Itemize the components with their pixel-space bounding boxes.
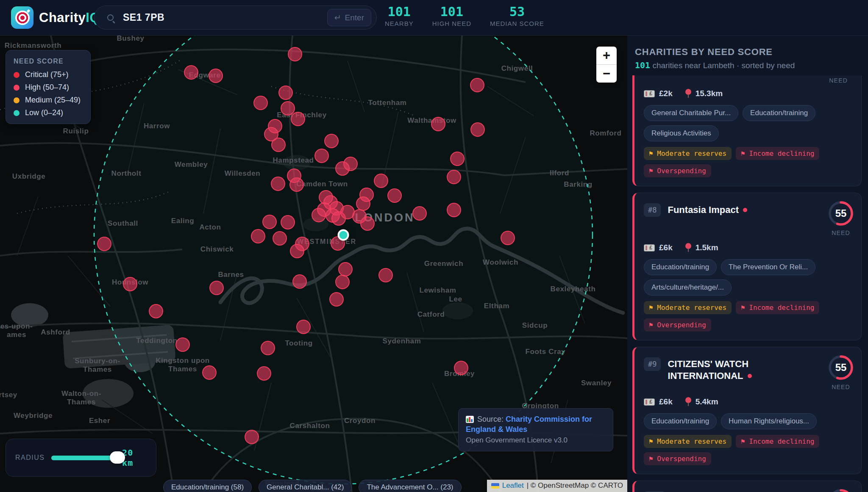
- target-icon: [15, 11, 30, 25]
- charity-marker[interactable]: [431, 117, 445, 131]
- charity-marker[interactable]: [278, 86, 293, 100]
- charity-marker[interactable]: [378, 268, 393, 282]
- income-value-stat: £2k: [644, 89, 673, 98]
- charity-marker[interactable]: [329, 292, 344, 307]
- charity-marker[interactable]: [338, 262, 353, 276]
- charity-marker[interactable]: [209, 281, 224, 295]
- leaflet-link[interactable]: Leaflet: [502, 481, 524, 490]
- charity-card[interactable]: #10FRIENDS OF HIGHGATE LIBRARY CHARITABL…: [632, 481, 862, 492]
- charity-card[interactable]: #9CITIZENS' WATCH INTERNATIONAL55NEED£6k…: [632, 347, 862, 474]
- charity-marker[interactable]: [470, 122, 485, 137]
- charity-marker[interactable]: [470, 78, 484, 92]
- charity-marker[interactable]: [296, 320, 311, 334]
- income-value-stat: £6k: [644, 397, 673, 406]
- stat-median-score-label: MEDIAN SCORE: [490, 20, 544, 27]
- charity-marker[interactable]: [335, 275, 350, 289]
- attribution-text[interactable]: | © OpenStreetMap © CARTO: [527, 481, 623, 490]
- warning-flag: ⚑ Moderate reserves: [644, 435, 732, 448]
- charity-marker[interactable]: [324, 134, 339, 148]
- location-pin-icon: [685, 397, 691, 406]
- category-filter-chips: Education/training (58)General Charitabl…: [163, 480, 506, 492]
- charity-marker[interactable]: [447, 203, 461, 217]
- map-canvas[interactable]: RickmansworthBusheyEdgwareChigwellTotten…: [0, 36, 627, 492]
- charity-marker[interactable]: [356, 196, 370, 211]
- filter-chip[interactable]: The Advancement O... (23): [359, 480, 461, 492]
- charity-marker[interactable]: [454, 361, 468, 375]
- enter-label: Enter: [345, 13, 364, 22]
- charity-marker[interactable]: [123, 277, 137, 291]
- charity-marker[interactable]: [261, 341, 275, 355]
- charity-marker[interactable]: [289, 177, 304, 192]
- selected-location-marker[interactable]: [338, 229, 349, 241]
- stat-nearby-value: 101: [385, 5, 414, 19]
- charity-card-partial[interactable]: NEED£2k15.3kmGeneral Charitable Pur...Ed…: [632, 75, 862, 186]
- rank-badge: #8: [644, 203, 661, 217]
- charity-marker[interactable]: [202, 365, 217, 380]
- filter-chip[interactable]: General Charitabl... (42): [259, 480, 352, 492]
- charity-marker[interactable]: [450, 152, 465, 166]
- map-place-label: Ealing: [171, 217, 195, 225]
- charity-marker[interactable]: [360, 216, 375, 231]
- postcode-search[interactable]: ↵ Enter: [94, 6, 377, 30]
- radius-slider[interactable]: [51, 452, 116, 464]
- charity-marker[interactable]: [253, 96, 268, 110]
- charity-marker[interactable]: [412, 206, 427, 221]
- charity-marker[interactable]: [184, 65, 198, 80]
- charity-marker[interactable]: [314, 149, 329, 163]
- zoom-out-button[interactable]: −: [596, 65, 617, 83]
- map-place-label: Foots Cray: [526, 348, 566, 356]
- charity-marker[interactable]: [288, 47, 302, 61]
- charity-marker[interactable]: [335, 161, 350, 176]
- warning-flag: ⚑ Moderate reserves: [644, 301, 732, 314]
- radius-slider-thumb[interactable]: [110, 451, 125, 464]
- ukraine-flag-icon: [491, 483, 499, 489]
- banknote-icon: [644, 90, 655, 97]
- charity-marker[interactable]: [281, 215, 295, 229]
- charity-marker[interactable]: [209, 69, 223, 83]
- map-place-label: Sidcup: [522, 321, 548, 330]
- charity-marker[interactable]: [262, 215, 277, 229]
- charity-marker[interactable]: [291, 112, 305, 126]
- charity-marker[interactable]: [271, 177, 285, 191]
- legend-item: High (50–74): [14, 83, 83, 92]
- charity-marker[interactable]: [273, 231, 287, 246]
- charity-marker[interactable]: [97, 237, 111, 251]
- sidebar-title: CHARITIES BY NEED SCORE: [635, 47, 773, 58]
- legend-dot: [14, 72, 19, 78]
- charity-marker[interactable]: [501, 231, 515, 245]
- map-place-label: Teddington: [136, 337, 177, 345]
- charity-marker[interactable]: [292, 274, 307, 289]
- bar-chart-icon: [466, 416, 474, 423]
- search-input[interactable]: [123, 12, 327, 23]
- map-place-label: Romford: [590, 129, 621, 138]
- charity-sidebar: CHARITIES BY NEED SCORE 101 charities ne…: [627, 36, 868, 492]
- app-header: CharityIQ ↵ Enter 101 NEARBY 101 HIGH NE…: [0, 0, 868, 36]
- charity-marker[interactable]: [312, 208, 326, 222]
- charity-marker[interactable]: [175, 337, 190, 352]
- enter-button[interactable]: ↵ Enter: [327, 9, 371, 26]
- warning-flag: ⚑ Overspending: [644, 452, 711, 465]
- charity-marker[interactable]: [245, 430, 259, 444]
- charity-card[interactable]: #8Funtasia Impact55NEED£6k1.5kmEducation…: [632, 193, 862, 340]
- charity-card-list[interactable]: NEED£2k15.3kmGeneral Charitable Pur...Ed…: [632, 75, 862, 492]
- legend-item: Low (0–24): [14, 108, 83, 117]
- charity-marker[interactable]: [387, 188, 402, 203]
- charity-marker[interactable]: [149, 304, 163, 318]
- brand-name: CharityIQ: [39, 10, 100, 25]
- stat-nearby-label: NEARBY: [385, 20, 414, 27]
- card-tags: General Charitable Pur...Education/train…: [644, 105, 854, 141]
- charity-marker[interactable]: [271, 138, 286, 152]
- charity-marker[interactable]: [251, 229, 265, 243]
- warning-flag: ⚑ Overspending: [644, 164, 711, 177]
- filter-chip[interactable]: Education/training (58): [163, 480, 252, 492]
- charity-marker[interactable]: [290, 244, 304, 258]
- category-tag: Religious Activities: [644, 125, 719, 141]
- map-place-label: Eltham: [484, 302, 509, 310]
- charity-marker[interactable]: [447, 170, 461, 184]
- charity-marker[interactable]: [257, 366, 271, 381]
- map-place-label: Kingston upon Thames: [156, 357, 210, 373]
- app-logo: [11, 6, 33, 29]
- distance-value-stat: 1.5km: [685, 243, 718, 252]
- charity-marker[interactable]: [374, 174, 388, 188]
- zoom-in-button[interactable]: +: [596, 47, 617, 64]
